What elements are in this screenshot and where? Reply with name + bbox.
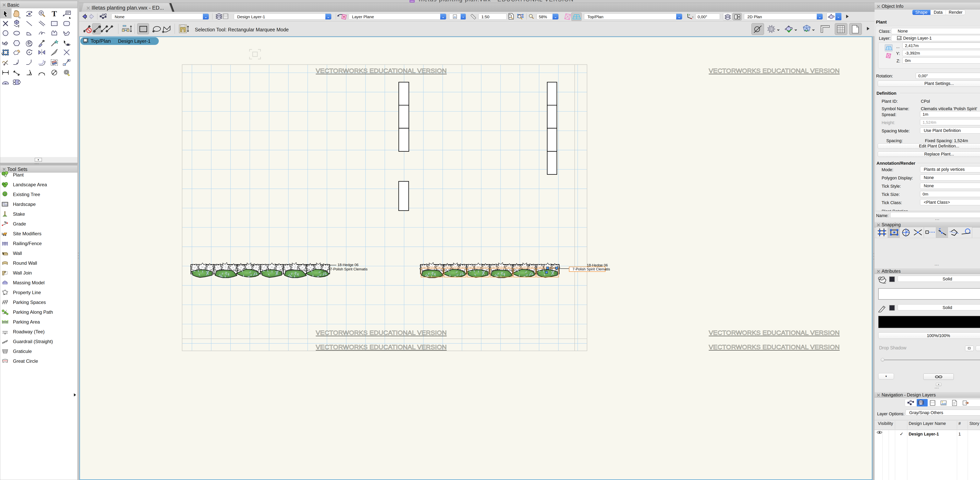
svg-text:18-Hedge 06: 18-Hedge 06 [337,263,358,267]
svg-text:y: y [689,13,690,16]
svg-text:Top/Plan: Top/Plan [91,38,111,44]
svg-text:VECTORWORKS EDUCATIONAL VERSIO: VECTORWORKS EDUCATIONAL VERSION [316,67,447,74]
svg-text:VECTORWORKS EDUCATIONAL VERSIO: VECTORWORKS EDUCATIONAL VERSION [709,67,840,74]
svg-text:T: T [52,9,57,18]
svg-text:x: x [692,16,694,18]
svg-text:1: 1 [3,300,3,302]
svg-text:%: % [4,221,7,224]
svg-text:VECTORWORKS EDUCATIONAL VERSIO: VECTORWORKS EDUCATIONAL VERSION [316,329,447,336]
svg-text:3: 3 [6,300,7,301]
svg-text:2: 2 [5,300,5,302]
svg-text:VECTORWORKS EDUCATIONAL VERSIO: VECTORWORKS EDUCATIONAL VERSION [709,329,840,336]
svg-text:7-Polish Spirit Clematis: 7-Polish Spirit Clematis [330,267,368,271]
svg-text:7-Polish Spirit Clematis: 7-Polish Spirit Clematis [573,267,610,271]
svg-text:VECTORWORKS EDUCATIONAL VERSIO: VECTORWORKS EDUCATIONAL VERSION [709,344,840,351]
svg-text:Design Layer-1: Design Layer-1 [118,38,151,44]
svg-text:VECTORWORKS EDUCATIONAL VERSIO: VECTORWORKS EDUCATIONAL VERSION [316,344,447,351]
